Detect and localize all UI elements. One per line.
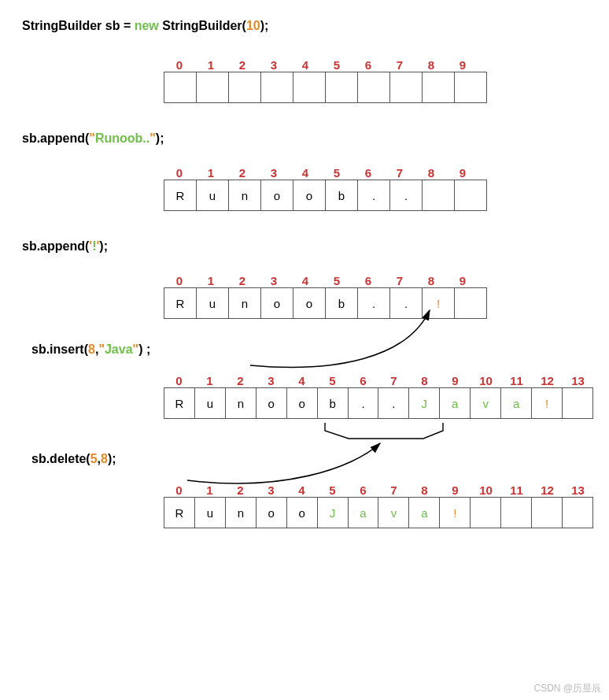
index-label: 7 — [378, 374, 409, 387]
index-label: 6 — [348, 483, 378, 497]
cell — [562, 387, 593, 419]
index-label: 11 — [501, 483, 532, 497]
cell — [531, 497, 563, 528]
section-append-str: sb.append("Runoob.."); 0123456789 Runoob… — [22, 131, 593, 211]
cell: u — [194, 497, 226, 528]
index-label: 9 — [440, 483, 471, 497]
index-label: 11 — [501, 374, 532, 387]
index-row-5: 012345678910111213 — [164, 483, 593, 497]
cell: n — [225, 497, 257, 528]
cell — [325, 72, 358, 103]
index-label: 7 — [384, 58, 415, 72]
arg-8: 8 — [88, 343, 95, 356]
section-new: StringBuilder sb = new StringBuilder(10)… — [22, 19, 593, 103]
index-label: 3 — [258, 166, 290, 180]
cell: b — [325, 287, 358, 319]
index-label: 2 — [225, 483, 256, 497]
cell-row-3: Runoob..! — [164, 287, 593, 319]
cell — [293, 72, 326, 103]
quote: " — [149, 131, 156, 145]
index-label: 5 — [321, 58, 352, 72]
index-label: 10 — [471, 374, 501, 387]
index-row-1: 0123456789 — [164, 58, 593, 72]
code-line-1: StringBuilder sb = new StringBuilder(10)… — [22, 19, 593, 33]
cell: . — [357, 180, 390, 211]
code-text: sb.delete( — [31, 452, 90, 465]
index-label: 3 — [256, 483, 286, 497]
cell — [454, 72, 487, 103]
cell: o — [256, 387, 287, 419]
cell — [357, 72, 390, 103]
code-line-4: sb.insert(8,"Java") ; — [31, 343, 593, 357]
index-label: 2 — [225, 374, 256, 387]
code-text: ); — [156, 131, 164, 145]
index-label: 3 — [258, 58, 290, 72]
index-label: 0 — [164, 274, 195, 287]
cell: o — [293, 287, 326, 319]
index-label: 1 — [194, 483, 225, 497]
index-label: 12 — [532, 374, 563, 387]
cell: u — [196, 180, 229, 211]
index-label: 4 — [290, 274, 321, 287]
index-label: 4 — [290, 58, 321, 72]
code-text: ); — [99, 239, 108, 253]
cell — [196, 72, 229, 103]
cell: . — [357, 287, 390, 319]
cell: R — [164, 387, 195, 419]
cell: a — [500, 387, 532, 419]
index-label: 0 — [164, 483, 194, 497]
cell: R — [164, 180, 197, 211]
code-text: sb.insert( — [31, 343, 88, 356]
cell: u — [194, 387, 226, 419]
cell: n — [228, 180, 261, 211]
cell: . — [378, 387, 409, 419]
index-label: 0 — [164, 374, 194, 387]
index-label: 1 — [195, 274, 227, 287]
index-label: 1 — [195, 58, 227, 72]
code-text: StringBuilder( — [159, 19, 246, 32]
index-label: 9 — [447, 166, 478, 180]
arg-5: 5 — [90, 452, 98, 465]
cell: . — [389, 287, 423, 319]
index-label: 10 — [471, 483, 501, 497]
cell: n — [228, 287, 261, 319]
cell — [389, 72, 423, 103]
index-label: 6 — [352, 274, 384, 287]
section-append-char: sb.append('!'); 0123456789 Runoob..! — [22, 239, 593, 319]
index-label: 4 — [290, 166, 321, 180]
cell — [228, 72, 261, 103]
cell: . — [348, 387, 379, 419]
cell: R — [164, 497, 195, 528]
section-delete: sb.delete(5,8); 012345678910111213 Runoo… — [22, 452, 593, 528]
code-text: StringBuilder sb = — [22, 19, 135, 32]
index-label: 3 — [256, 374, 286, 387]
cell: o — [286, 497, 318, 528]
cell — [422, 180, 455, 211]
index-label: 1 — [194, 374, 225, 387]
cell: o — [260, 180, 293, 211]
cell: J — [317, 497, 349, 528]
code-text: ); — [108, 452, 116, 465]
index-label: 5 — [317, 374, 348, 387]
index-label: 13 — [563, 374, 593, 387]
code-line-3: sb.append('!'); — [22, 239, 593, 254]
cell — [422, 72, 455, 103]
index-label: 4 — [286, 374, 317, 387]
index-label: 8 — [409, 483, 440, 497]
cell: ! — [422, 287, 455, 319]
index-label: 9 — [447, 274, 478, 287]
index-label: 0 — [164, 166, 195, 180]
string-arg: Runoob.. — [95, 131, 149, 145]
index-label: 9 — [447, 58, 478, 72]
code-text: sb.append( — [22, 131, 89, 145]
index-label: 7 — [384, 274, 415, 287]
cell — [470, 497, 501, 528]
index-label: 5 — [317, 483, 348, 497]
cell: R — [164, 287, 197, 319]
index-label: 13 — [563, 483, 593, 497]
keyword-new: new — [135, 19, 159, 32]
code-text: ); — [260, 19, 269, 32]
cell: a — [439, 387, 471, 419]
cell: n — [225, 387, 257, 419]
string-arg: Java — [105, 343, 133, 356]
